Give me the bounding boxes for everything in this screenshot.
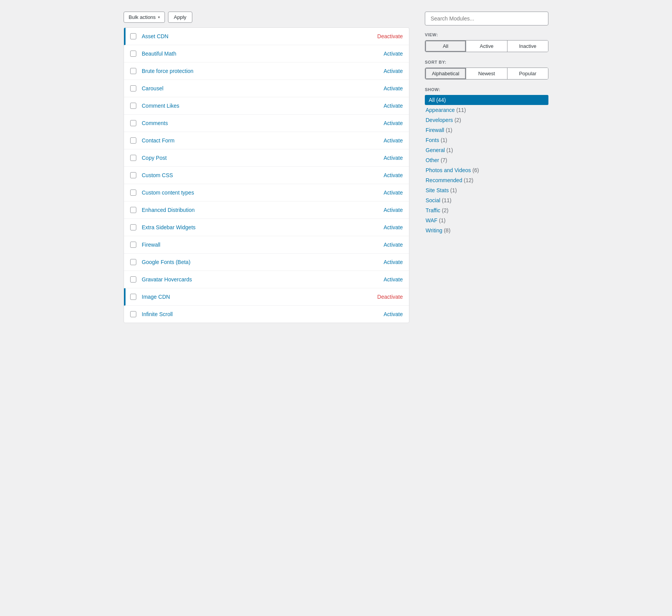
module-name-link[interactable]: Brute force protection [142,68,384,74]
module-name-link[interactable]: Infinite Scroll [142,311,384,317]
module-action-deactivate[interactable]: Deactivate [377,294,403,300]
module-checkbox[interactable] [130,311,136,317]
show-section: SHOW: All (44)Appearance (11)Developers … [425,87,548,235]
module-checkbox[interactable] [130,103,136,109]
table-row: Gravatar HovercardsActivate [124,271,409,288]
table-row: Custom CSSActivate [124,167,409,184]
table-row: Infinite ScrollActivate [124,306,409,323]
table-row: Image CDNDeactivate [124,288,409,306]
module-name-link[interactable]: Asset CDN [142,33,377,39]
module-action-activate[interactable]: Activate [384,224,403,230]
module-checkbox[interactable] [130,85,136,91]
show-item-all[interactable]: All (44) [425,95,548,105]
main-content: Bulk actions ▾ Apply Asset CDNDeactivate… [124,12,409,323]
module-checkbox[interactable] [130,137,136,144]
module-name-link[interactable]: Custom CSS [142,172,384,178]
show-item-social[interactable]: Social (11) [425,195,548,205]
module-checkbox[interactable] [130,68,136,74]
table-row: Contact FormActivate [124,132,409,149]
show-item-recommended[interactable]: Recommended (12) [425,175,548,185]
module-checkbox[interactable] [130,120,136,126]
module-action-activate[interactable]: Activate [384,120,403,126]
module-name-link[interactable]: Firewall [142,242,384,248]
module-action-activate[interactable]: Activate [384,207,403,213]
module-checkbox[interactable] [130,276,136,283]
bulk-actions-label: Bulk actions [129,14,156,20]
show-item-appearance[interactable]: Appearance (11) [425,105,548,115]
view-filter-inactive[interactable]: Inactive [507,41,548,52]
module-name-link[interactable]: Gravatar Hovercards [142,276,384,283]
module-name-link[interactable]: Extra Sidebar Widgets [142,224,384,230]
module-checkbox[interactable] [130,224,136,230]
show-item-general[interactable]: General (1) [425,145,548,155]
table-row: FirewallActivate [124,236,409,254]
show-item-traffic[interactable]: Traffic (2) [425,205,548,215]
module-action-activate[interactable]: Activate [384,190,403,196]
module-checkbox[interactable] [130,190,136,196]
module-name-link[interactable]: Custom content types [142,190,384,196]
module-name-link[interactable]: Enhanced Distribution [142,207,384,213]
show-item-site-stats[interactable]: Site Stats (1) [425,185,548,195]
table-row: Copy PostActivate [124,149,409,167]
show-item-developers[interactable]: Developers (2) [425,115,548,125]
modules-list: Asset CDNDeactivateBeautiful MathActivat… [124,27,409,323]
module-action-activate[interactable]: Activate [384,311,403,317]
table-row: Extra Sidebar WidgetsActivate [124,219,409,236]
module-name-link[interactable]: Contact Form [142,137,384,144]
module-checkbox[interactable] [130,242,136,248]
module-action-activate[interactable]: Activate [384,172,403,178]
chevron-down-icon: ▾ [158,15,160,19]
module-checkbox[interactable] [130,294,136,300]
show-item-other[interactable]: Other (7) [425,155,548,165]
show-item-firewall[interactable]: Firewall (1) [425,125,548,135]
sort-filter-popular[interactable]: Popular [507,68,548,79]
module-action-activate[interactable]: Activate [384,68,403,74]
module-name-link[interactable]: Carousel [142,85,384,91]
module-checkbox[interactable] [130,207,136,213]
table-row: CarouselActivate [124,80,409,97]
show-items: All (44)Appearance (11)Developers (2)Fir… [425,95,548,235]
module-name-link[interactable]: Beautiful Math [142,51,384,57]
table-row: Google Fonts (Beta)Activate [124,254,409,271]
sort-filter-group: AlphabeticalNewestPopular [425,68,548,80]
module-name-link[interactable]: Copy Post [142,155,384,161]
table-row: Beautiful MathActivate [124,45,409,63]
module-checkbox[interactable] [130,259,136,265]
module-action-activate[interactable]: Activate [384,259,403,265]
view-section: VIEW: AllActiveInactive [425,32,548,52]
view-label: VIEW: [425,32,548,37]
show-item-fonts[interactable]: Fonts (1) [425,135,548,145]
show-item-waf[interactable]: WAF (1) [425,215,548,225]
view-filter-all[interactable]: All [425,41,466,52]
sort-section: SORT BY: AlphabeticalNewestPopular [425,60,548,80]
module-checkbox[interactable] [130,51,136,57]
page-container: Bulk actions ▾ Apply Asset CDNDeactivate… [116,0,556,335]
sort-label: SORT BY: [425,60,548,64]
module-name-link[interactable]: Google Fonts (Beta) [142,259,384,265]
module-action-activate[interactable]: Activate [384,155,403,161]
module-name-link[interactable]: Image CDN [142,294,377,300]
module-checkbox[interactable] [130,33,136,39]
module-action-activate[interactable]: Activate [384,137,403,144]
bulk-actions-dropdown[interactable]: Bulk actions ▾ [124,12,165,23]
toolbar: Bulk actions ▾ Apply [124,12,409,23]
show-label: SHOW: [425,87,548,92]
module-checkbox[interactable] [130,155,136,161]
module-action-activate[interactable]: Activate [384,242,403,248]
sort-filter-alphabetical[interactable]: Alphabetical [425,68,466,79]
module-checkbox[interactable] [130,172,136,178]
apply-button[interactable]: Apply [168,12,192,23]
show-item-photos-videos[interactable]: Photos and Videos (6) [425,165,548,175]
search-input[interactable] [425,12,548,25]
module-name-link[interactable]: Comment Likes [142,103,384,109]
sort-filter-newest[interactable]: Newest [466,68,507,79]
view-filter-active[interactable]: Active [466,41,507,52]
table-row: Asset CDNDeactivate [124,28,409,45]
module-action-activate[interactable]: Activate [384,276,403,283]
module-action-activate[interactable]: Activate [384,103,403,109]
module-action-activate[interactable]: Activate [384,51,403,57]
module-action-activate[interactable]: Activate [384,85,403,91]
module-name-link[interactable]: Comments [142,120,384,126]
module-action-deactivate[interactable]: Deactivate [377,33,403,39]
show-item-writing[interactable]: Writing (8) [425,225,548,235]
